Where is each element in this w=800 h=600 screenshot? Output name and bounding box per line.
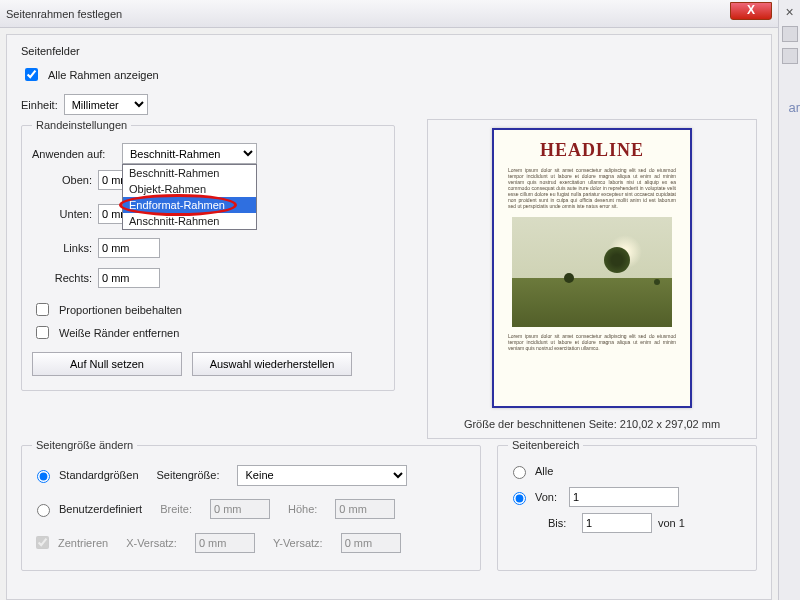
pagesize-label: Seitengröße: bbox=[157, 469, 220, 481]
margin-settings-legend: Randeinstellungen bbox=[32, 119, 131, 131]
range-all-label: Alle bbox=[535, 465, 553, 477]
page-fields-heading: Seitenfelder bbox=[21, 45, 757, 57]
apply-to-select[interactable]: Beschnitt-Rahmen bbox=[122, 143, 257, 164]
pagesize-select[interactable]: Keine bbox=[237, 465, 407, 486]
preview-body-text: Lorem ipsum dolor sit amet consectetur a… bbox=[508, 167, 676, 209]
dropdown-option[interactable]: Objekt-Rahmen bbox=[123, 181, 256, 197]
preview-headline: HEADLINE bbox=[540, 140, 644, 161]
right-panel-strip: × ar bbox=[778, 0, 800, 600]
unit-label: Einheit: bbox=[21, 99, 58, 111]
panel-grid-icon[interactable] bbox=[782, 48, 798, 64]
keep-proportions-checkbox[interactable] bbox=[36, 303, 49, 316]
range-to-input[interactable] bbox=[582, 513, 652, 533]
height-input bbox=[335, 499, 395, 519]
range-from-label: Von: bbox=[535, 491, 563, 503]
dropdown-option-selected[interactable]: Endformat-Rahmen bbox=[123, 197, 256, 213]
width-label: Breite: bbox=[160, 503, 192, 515]
custom-size-radio[interactable] bbox=[37, 504, 50, 517]
margin-left-input[interactable] bbox=[98, 238, 160, 258]
height-label: Höhe: bbox=[288, 503, 317, 515]
window-close-button[interactable]: X bbox=[730, 2, 772, 20]
range-from-radio[interactable] bbox=[513, 492, 526, 505]
window-titlebar: Seitenrahmen festlegen X bbox=[0, 0, 800, 28]
margin-left-label: Links: bbox=[32, 242, 92, 254]
dropdown-option[interactable]: Beschnitt-Rahmen bbox=[123, 165, 256, 181]
reset-to-zero-button[interactable]: Auf Null setzen bbox=[32, 352, 182, 376]
show-all-frames-label: Alle Rahmen anzeigen bbox=[48, 69, 159, 81]
page-preview: HEADLINE Lorem ipsum dolor sit amet cons… bbox=[427, 119, 757, 439]
range-to-label: Bis: bbox=[548, 517, 576, 529]
apply-to-label: Anwenden auf: bbox=[32, 148, 116, 160]
panel-close-icon[interactable]: × bbox=[779, 4, 800, 20]
show-frames-row: Alle Rahmen anzeigen bbox=[21, 65, 757, 84]
yoffset-label: Y-Versatz: bbox=[273, 537, 323, 549]
side-tab-label[interactable]: ar bbox=[788, 100, 800, 115]
margin-right-label: Rechts: bbox=[32, 272, 92, 284]
restore-selection-button[interactable]: Auswahl wiederherstellen bbox=[192, 352, 352, 376]
margin-bottom-label: Unten: bbox=[32, 208, 92, 220]
yoffset-input bbox=[341, 533, 401, 553]
show-all-frames-checkbox[interactable] bbox=[25, 68, 38, 81]
page-range-legend: Seitenbereich bbox=[508, 439, 583, 451]
width-input bbox=[210, 499, 270, 519]
preview-caption-text: Lorem ipsum dolor sit amet consectetur a… bbox=[508, 333, 676, 351]
margin-settings-group: Randeinstellungen Anwenden auf: Beschnit… bbox=[21, 119, 395, 391]
dropdown-option[interactable]: Anschnitt-Rahmen bbox=[123, 213, 256, 229]
center-checkbox bbox=[36, 536, 49, 549]
remove-white-checkbox[interactable] bbox=[36, 326, 49, 339]
unit-select[interactable]: Millimeter bbox=[64, 94, 148, 115]
xoffset-label: X-Versatz: bbox=[126, 537, 177, 549]
preview-photo bbox=[512, 217, 672, 327]
xoffset-input bbox=[195, 533, 255, 553]
dialog-body: Seitenfelder Alle Rahmen anzeigen Einhei… bbox=[6, 34, 772, 600]
center-option: Zentrieren bbox=[32, 533, 108, 552]
page-range-group: Seitenbereich Alle Von: Bis: von 1 bbox=[497, 439, 757, 571]
margin-right-input[interactable] bbox=[98, 268, 160, 288]
page-size-legend: Seitengröße ändern bbox=[32, 439, 137, 451]
cropped-size-label: Größe der beschnittenen Seite: 210,02 x … bbox=[464, 418, 720, 430]
standard-sizes-radio[interactable] bbox=[37, 470, 50, 483]
custom-size-option[interactable]: Benutzerdefiniert bbox=[32, 501, 142, 517]
preview-page: HEADLINE Lorem ipsum dolor sit amet cons… bbox=[492, 128, 692, 408]
apply-to-dropdown-list: Beschnitt-Rahmen Objekt-Rahmen Endformat… bbox=[122, 164, 257, 230]
standard-sizes-option[interactable]: Standardgrößen bbox=[32, 467, 139, 483]
remove-white-label: Weiße Ränder entfernen bbox=[59, 327, 179, 339]
page-size-group: Seitengröße ändern Standardgrößen Seiten… bbox=[21, 439, 481, 571]
range-of-label: von 1 bbox=[658, 517, 685, 529]
margin-top-label: Oben: bbox=[32, 174, 92, 186]
range-from-input[interactable] bbox=[569, 487, 679, 507]
keep-proportions-label: Proportionen beibehalten bbox=[59, 304, 182, 316]
window-title: Seitenrahmen festlegen bbox=[6, 8, 122, 20]
panel-handle-icon[interactable] bbox=[782, 26, 798, 42]
range-all-radio[interactable] bbox=[513, 466, 526, 479]
unit-row: Einheit: Millimeter bbox=[21, 94, 757, 115]
